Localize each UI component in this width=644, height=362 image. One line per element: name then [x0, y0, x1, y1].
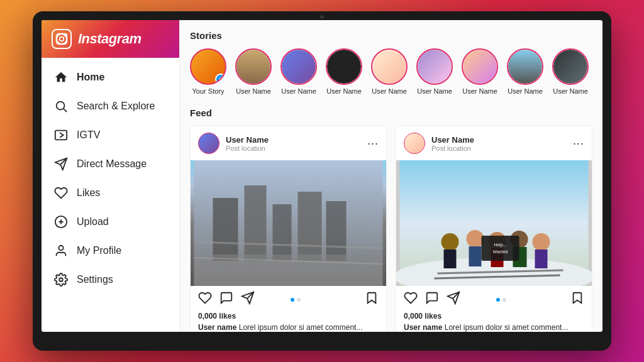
story-user6[interactable]: User Name — [462, 48, 498, 95]
svg-point-2 — [64, 36, 65, 37]
story-user3[interactable]: User Name — [326, 48, 362, 95]
like-button-2[interactable] — [404, 291, 418, 308]
feed-post-2-user: User Name Post location — [404, 133, 474, 154]
story-user1[interactable]: User Name — [235, 48, 272, 95]
svg-point-34 — [533, 233, 550, 251]
sidebar-item-direct[interactable]: Direct Message — [42, 150, 179, 178]
feed-post-2-location: Post location — [431, 145, 474, 152]
camera-dot — [320, 15, 324, 19]
dot-inactive — [297, 298, 301, 302]
story-label-7: User Name — [508, 87, 543, 95]
feed-post-1: User Name Post location ··· — [190, 126, 387, 332]
feed-post-1-dots — [291, 298, 301, 302]
feed-post-1-actions — [191, 286, 386, 312]
save-button-1[interactable] — [365, 291, 379, 308]
svg-line-4 — [64, 109, 67, 112]
svg-text:Help...: Help... — [494, 243, 506, 248]
feed-post-2-likes: 0,000 likes — [396, 312, 592, 323]
like-button-1[interactable] — [198, 291, 212, 308]
instagram-logo-icon — [52, 29, 72, 49]
feed-post-1-caption: User name Lorel ipsum dolor si amet comm… — [191, 323, 386, 332]
feed-post-1-image — [191, 160, 386, 286]
nav-label-profile: My Profile — [77, 245, 121, 256]
story-avatar-6 — [462, 48, 498, 85]
feed-post-2: User Name Post location ··· — [396, 126, 592, 332]
person-icon — [54, 244, 68, 258]
story-label-your: Your Story — [192, 87, 225, 95]
nav-label-likes: Likes — [77, 187, 100, 199]
feed-post-2-caption: User name Lorel ipsum dolor si amet comm… — [396, 323, 592, 332]
story-user2[interactable]: User Name — [280, 48, 317, 95]
stories-row: + Your Story User Name User Name — [190, 48, 592, 95]
story-label-5: User Name — [417, 87, 452, 95]
nav-label-upload: Upload — [77, 216, 109, 228]
heart-icon — [54, 186, 68, 200]
comment-button-2[interactable] — [425, 291, 439, 308]
svg-point-28 — [467, 230, 484, 248]
story-avatar-5 — [416, 48, 453, 85]
story-avatar-8 — [552, 48, 589, 85]
nav-label-direct: Direct Message — [77, 158, 147, 170]
story-label-3: User Name — [326, 87, 362, 95]
save-button-2[interactable] — [570, 291, 584, 308]
story-your-story[interactable]: + Your Story — [190, 48, 226, 95]
feed-grid: User Name Post location ··· — [190, 126, 592, 332]
sidebar-item-upload[interactable]: Upload — [42, 207, 179, 236]
feed-post-1-likes: 0,000 likes — [191, 312, 386, 323]
comment-button-1[interactable] — [219, 291, 233, 308]
svg-rect-27 — [444, 250, 457, 268]
svg-rect-5 — [55, 131, 67, 140]
feed-post-2-avatar — [404, 133, 425, 154]
feed-post-2-header: User Name Post location ··· — [396, 126, 592, 160]
story-avatar-3 — [326, 48, 362, 85]
share-button-2[interactable] — [447, 291, 460, 308]
stories-title: Stories — [190, 30, 592, 41]
dot-inactive-2 — [502, 298, 506, 302]
svg-rect-17 — [298, 192, 322, 261]
feed-post-1-caption-user: User name — [198, 323, 236, 332]
share-button-1[interactable] — [241, 291, 255, 308]
dot-active — [291, 298, 294, 302]
sidebar-item-search[interactable]: Search & Explore — [42, 92, 179, 121]
feed-post-2-username: User Name — [431, 135, 474, 145]
sidebar-item-igtv[interactable]: IGTV — [42, 121, 179, 150]
search-icon — [54, 99, 68, 113]
svg-point-1 — [60, 37, 64, 41]
feed-post-1-avatar — [198, 133, 219, 154]
feed-post-2-caption-user: User name — [404, 323, 442, 332]
direct-icon — [54, 157, 68, 171]
story-user4[interactable]: User Name — [371, 48, 408, 95]
plus-circle-icon — [54, 215, 68, 229]
story-user5[interactable]: User Name — [416, 48, 453, 95]
story-avatar-7 — [507, 48, 543, 85]
sidebar-logo: Instagram — [42, 20, 179, 58]
feed-post-2-menu-button[interactable]: ··· — [573, 137, 584, 150]
story-user7[interactable]: User Name — [507, 48, 543, 95]
story-label-1: User Name — [236, 87, 271, 95]
app-name: Instagram — [78, 31, 142, 47]
svg-rect-16 — [273, 204, 292, 261]
svg-rect-35 — [535, 250, 548, 268]
story-avatar-1 — [235, 48, 272, 85]
sidebar-item-likes[interactable]: Likes — [42, 178, 179, 207]
story-user8[interactable]: User Name — [552, 48, 589, 95]
svg-rect-15 — [245, 185, 267, 261]
feed-title: Feed — [190, 107, 592, 118]
sidebar-item-home[interactable]: Home — [42, 63, 179, 92]
svg-point-12 — [59, 278, 63, 282]
laptop-screen: Instagram Home — [42, 20, 602, 332]
svg-point-3 — [57, 102, 65, 110]
feed-post-1-menu-button[interactable]: ··· — [367, 137, 379, 150]
svg-rect-0 — [57, 34, 67, 45]
feed-post-1-user: User Name Post location — [198, 133, 269, 154]
svg-rect-14 — [213, 198, 238, 261]
sidebar: Instagram Home — [42, 20, 180, 332]
svg-point-26 — [441, 233, 459, 251]
laptop-frame: Instagram Home — [33, 11, 611, 351]
sidebar-item-settings[interactable]: Settings — [42, 265, 179, 294]
nav-label-igtv: IGTV — [77, 129, 100, 141]
nav-label-home: Home — [77, 72, 104, 83]
sidebar-item-profile[interactable]: My Profile — [42, 236, 179, 265]
feed-post-1-caption-text: Lorel ipsum dolor si amet comment... — [239, 323, 363, 332]
svg-text:Wanted: Wanted — [493, 250, 508, 254]
